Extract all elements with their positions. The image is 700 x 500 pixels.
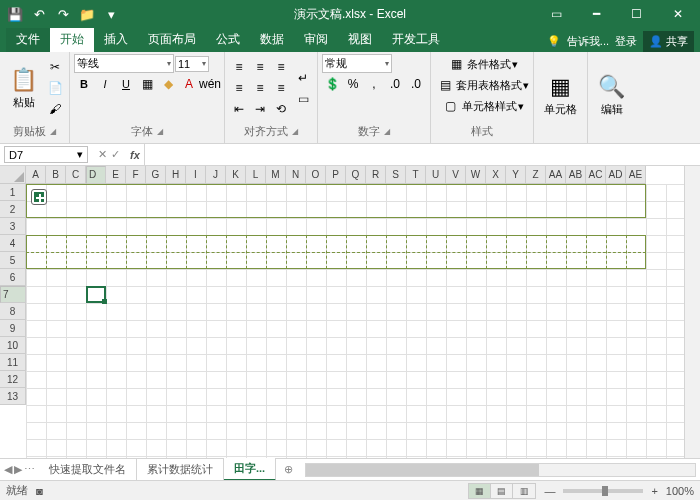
- cancel-icon[interactable]: ✕: [98, 148, 107, 161]
- fill-color-icon[interactable]: ◆: [158, 74, 178, 94]
- normal-view-icon[interactable]: ▦: [469, 484, 491, 498]
- row-header[interactable]: 6: [0, 269, 26, 286]
- row-header[interactable]: 13: [0, 388, 26, 405]
- align-bot-icon[interactable]: ≡: [271, 57, 291, 77]
- row-header[interactable]: 4: [0, 235, 26, 252]
- format-painter-icon[interactable]: 🖌: [45, 99, 65, 119]
- column-header[interactable]: W: [466, 166, 486, 184]
- font-color-icon[interactable]: A: [179, 74, 199, 94]
- tab-formulas[interactable]: 公式: [206, 27, 250, 52]
- underline-icon[interactable]: U: [116, 74, 136, 94]
- clipboard-launcher-icon[interactable]: ◢: [50, 127, 56, 136]
- table-format-button[interactable]: ▤套用表格格式 ▾: [435, 75, 529, 95]
- column-header[interactable]: P: [326, 166, 346, 184]
- tab-layout[interactable]: 页面布局: [138, 27, 206, 52]
- column-header[interactable]: S: [386, 166, 406, 184]
- page-layout-view-icon[interactable]: ▤: [491, 484, 513, 498]
- tell-me-icon[interactable]: 💡: [547, 35, 561, 48]
- sheet-nav-prev-icon[interactable]: ◀: [4, 463, 12, 476]
- sheet-nav-menu-icon[interactable]: ⋯: [24, 463, 35, 476]
- column-header[interactable]: O: [306, 166, 326, 184]
- minimize-button[interactable]: ━: [576, 0, 616, 28]
- tab-developer[interactable]: 开发工具: [382, 27, 450, 52]
- percent-icon[interactable]: %: [343, 74, 363, 94]
- zoom-in-icon[interactable]: +: [651, 485, 657, 497]
- column-header[interactable]: V: [446, 166, 466, 184]
- column-header[interactable]: J: [206, 166, 226, 184]
- tab-file[interactable]: 文件: [6, 27, 50, 52]
- save-icon[interactable]: 💾: [4, 3, 26, 25]
- sheet-tab[interactable]: 累计数据统计: [137, 459, 224, 480]
- horizontal-scrollbar[interactable]: [305, 463, 696, 477]
- border-icon[interactable]: ▦: [137, 74, 157, 94]
- sheet-nav-next-icon[interactable]: ▶: [14, 463, 22, 476]
- undo-icon[interactable]: ↶: [28, 3, 50, 25]
- macro-record-icon[interactable]: ◙: [36, 485, 43, 497]
- row-header[interactable]: 7: [0, 286, 26, 303]
- page-break-view-icon[interactable]: ▥: [513, 484, 535, 498]
- sheet-tab[interactable]: 快速提取文件名: [39, 459, 137, 480]
- column-header[interactable]: AB: [566, 166, 586, 184]
- share-button[interactable]: 👤共享: [643, 31, 694, 52]
- font-name-select[interactable]: 等线▾: [74, 54, 174, 73]
- row-header[interactable]: 5: [0, 252, 26, 269]
- zoom-level[interactable]: 100%: [666, 485, 694, 497]
- align-center-icon[interactable]: ≡: [250, 78, 270, 98]
- ribbon-options-icon[interactable]: ▭: [536, 0, 576, 28]
- column-header[interactable]: AD: [606, 166, 626, 184]
- row-header[interactable]: 2: [0, 201, 26, 218]
- copy-icon[interactable]: 📄: [45, 78, 65, 98]
- cut-icon[interactable]: ✂: [45, 57, 65, 77]
- row-header[interactable]: 11: [0, 354, 26, 371]
- wrap-text-icon[interactable]: ↵: [293, 68, 313, 88]
- row-header[interactable]: 10: [0, 337, 26, 354]
- column-headers[interactable]: ABCDEFGHIJKLMNOPQRSTUVWXYZAAABACADAE: [26, 166, 646, 184]
- align-mid-icon[interactable]: ≡: [250, 57, 270, 77]
- column-header[interactable]: L: [246, 166, 266, 184]
- signin-link[interactable]: 登录: [615, 34, 637, 49]
- zoom-slider[interactable]: [563, 489, 643, 493]
- row-header[interactable]: 9: [0, 320, 26, 337]
- vertical-scrollbar[interactable]: [684, 166, 700, 458]
- align-top-icon[interactable]: ≡: [229, 57, 249, 77]
- column-header[interactable]: K: [226, 166, 246, 184]
- enter-icon[interactable]: ✓: [111, 148, 120, 161]
- align-left-icon[interactable]: ≡: [229, 78, 249, 98]
- cells-button[interactable]: ▦单元格: [538, 72, 583, 119]
- column-header[interactable]: I: [186, 166, 206, 184]
- column-header[interactable]: U: [426, 166, 446, 184]
- cells-area[interactable]: [26, 184, 700, 458]
- tab-review[interactable]: 审阅: [294, 27, 338, 52]
- column-header[interactable]: AA: [546, 166, 566, 184]
- column-header[interactable]: R: [366, 166, 386, 184]
- name-box[interactable]: D7▾: [4, 146, 88, 163]
- comma-icon[interactable]: ,: [364, 74, 384, 94]
- select-all-corner[interactable]: [0, 166, 26, 184]
- column-header[interactable]: Y: [506, 166, 526, 184]
- tab-home[interactable]: 开始: [50, 27, 94, 52]
- editing-button[interactable]: 🔍编辑: [592, 72, 631, 119]
- add-sheet-button[interactable]: ⊕: [276, 463, 301, 476]
- align-right-icon[interactable]: ≡: [271, 78, 291, 98]
- indent-inc-icon[interactable]: ⇥: [250, 99, 270, 119]
- orientation-icon[interactable]: ⟲: [271, 99, 291, 119]
- cell-styles-button[interactable]: ▢单元格样式 ▾: [441, 96, 524, 116]
- column-header[interactable]: G: [146, 166, 166, 184]
- worksheet-grid[interactable]: ABCDEFGHIJKLMNOPQRSTUVWXYZAAABACADAE 123…: [0, 166, 700, 458]
- column-header[interactable]: B: [46, 166, 66, 184]
- column-header[interactable]: N: [286, 166, 306, 184]
- formula-bar[interactable]: [144, 144, 700, 165]
- dec-decimal-icon[interactable]: .0: [406, 74, 426, 94]
- merge-icon[interactable]: ▭: [293, 89, 313, 109]
- qat-dropdown-icon[interactable]: ▾: [100, 3, 122, 25]
- tab-view[interactable]: 视图: [338, 27, 382, 52]
- number-launcher-icon[interactable]: ◢: [384, 127, 390, 136]
- close-button[interactable]: ✕: [656, 0, 700, 28]
- font-launcher-icon[interactable]: ◢: [157, 127, 163, 136]
- row-header[interactable]: 12: [0, 371, 26, 388]
- paste-button[interactable]: 📋粘贴: [4, 65, 43, 112]
- number-format-select[interactable]: 常规▾: [322, 54, 392, 73]
- align-launcher-icon[interactable]: ◢: [292, 127, 298, 136]
- active-cell[interactable]: [86, 286, 106, 303]
- column-header[interactable]: F: [126, 166, 146, 184]
